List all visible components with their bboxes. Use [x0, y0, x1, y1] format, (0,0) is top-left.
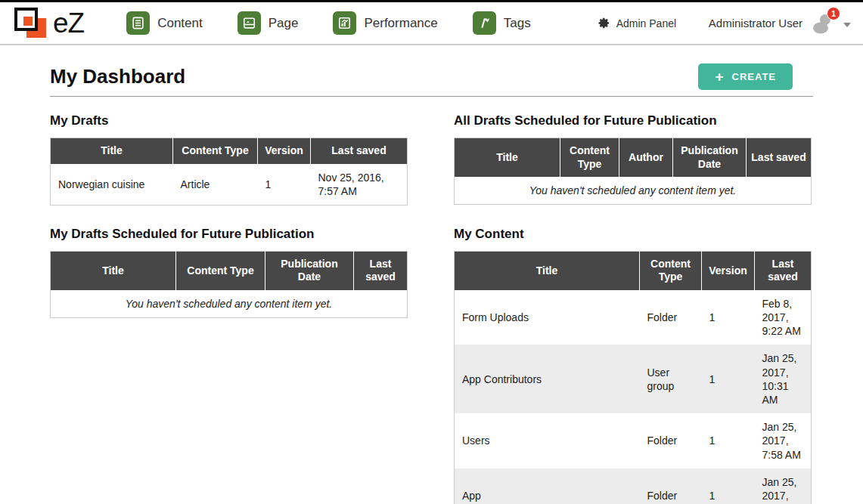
- cell-title: App Contributors: [455, 345, 640, 413]
- chevron-down-icon: [843, 23, 851, 27]
- column-header: Content Type: [176, 251, 265, 290]
- nav-item-label: Page: [269, 16, 299, 31]
- column-header: Publication Date: [265, 251, 354, 290]
- cell-version: 1: [702, 345, 755, 413]
- content-icon: [126, 11, 150, 35]
- column-header: Publication Date: [673, 138, 747, 178]
- table-row[interactable]: App Contributors User group 1 Jan 25, 20…: [455, 345, 812, 413]
- nav-item-label: Performance: [364, 16, 437, 31]
- top-navbar: eZ Content Page Performance Tags: [0, 0, 863, 45]
- user-name: Administrator User: [709, 17, 802, 29]
- dashboard-content: My Dashboard + CREATE My Drafts Title Co…: [0, 45, 863, 504]
- nav-item-page[interactable]: Page: [237, 11, 299, 35]
- nav-item-content[interactable]: Content: [126, 11, 203, 35]
- empty-message: You haven't scheduled any content item y…: [51, 290, 408, 318]
- page-header: My Dashboard + CREATE: [50, 45, 813, 97]
- column-header: Content Type: [560, 138, 619, 178]
- create-button[interactable]: + CREATE: [698, 63, 793, 90]
- column-header: Author: [619, 138, 673, 178]
- cell-title: Norwegian cuisine: [51, 164, 173, 206]
- nav-item-label: Content: [157, 16, 203, 31]
- nav-item-tags[interactable]: Tags: [473, 11, 531, 35]
- table-header-row: Title Content Type Author Publication Da…: [455, 138, 812, 178]
- table-header-row: Title Content Type Publication Date Last…: [51, 251, 408, 290]
- column-header: Title: [455, 251, 640, 290]
- ez-logo-icon: [14, 7, 48, 40]
- cell-last-saved: Nov 25, 2016, 7:57 AM: [311, 164, 408, 206]
- table-header-row: Title Content Type Version Last saved: [51, 138, 408, 164]
- section-title: My Drafts: [50, 113, 408, 128]
- notification-badge[interactable]: 1: [827, 7, 840, 20]
- table-row[interactable]: App Folder 1 Jan 25, 2017, 7:55 AM: [455, 468, 812, 504]
- column-header: Last saved: [311, 138, 408, 164]
- ez-logo-text: eZ: [53, 8, 84, 39]
- section-my-drafts: My Drafts Title Content Type Version Las…: [50, 113, 408, 206]
- gear-icon: [598, 17, 610, 29]
- page-icon: [237, 11, 261, 35]
- cell-title: Form Uploads: [455, 290, 640, 345]
- table-row[interactable]: Norwegian cuisine Article 1 Nov 25, 2016…: [51, 164, 408, 206]
- tags-icon: [473, 11, 496, 35]
- my-drafts-scheduled-table: Title Content Type Publication Date Last…: [50, 251, 408, 318]
- column-header: Last saved: [354, 251, 408, 290]
- performance-icon: [333, 11, 356, 35]
- column-header: Title: [51, 138, 173, 164]
- ez-logo[interactable]: eZ: [14, 7, 84, 40]
- cell-content-type: Article: [173, 164, 258, 206]
- section-my-drafts-scheduled: My Drafts Scheduled for Future Publicati…: [50, 227, 408, 318]
- table-row[interactable]: Users Folder 1 Jan 25, 2017, 7:58 AM: [455, 413, 812, 468]
- column-header: Content Type: [640, 251, 702, 290]
- my-content-table: Title Content Type Version Last saved Fo…: [454, 251, 812, 504]
- empty-message: You haven't scheduled any content item y…: [455, 177, 812, 205]
- cell-content-type: Folder: [640, 413, 702, 468]
- section-title: All Drafts Scheduled for Future Publicat…: [454, 113, 812, 128]
- section-title: My Drafts Scheduled for Future Publicati…: [50, 227, 408, 242]
- column-header: Last saved: [747, 138, 812, 178]
- cell-last-saved: Feb 8, 2017, 9:22 AM: [755, 290, 812, 345]
- admin-panel-label: Admin Panel: [616, 17, 676, 29]
- nav-item-performance[interactable]: Performance: [333, 11, 437, 35]
- admin-panel-button[interactable]: Admin Panel: [598, 17, 676, 29]
- nav-item-label: Tags: [504, 16, 531, 31]
- column-header: Version: [258, 138, 311, 164]
- column-header: Version: [702, 251, 755, 290]
- cell-last-saved: Jan 25, 2017, 7:58 AM: [755, 413, 812, 468]
- table-header-row: Title Content Type Version Last saved: [455, 251, 812, 290]
- section-all-drafts-scheduled: All Drafts Scheduled for Future Publicat…: [454, 113, 812, 205]
- empty-row: You haven't scheduled any content item y…: [51, 290, 408, 318]
- plus-icon: +: [715, 72, 724, 82]
- cell-content-type: Folder: [640, 290, 702, 345]
- cell-title: Users: [455, 413, 640, 468]
- my-drafts-table: Title Content Type Version Last saved No…: [50, 138, 408, 206]
- cell-content-type: Folder: [640, 468, 702, 504]
- all-drafts-scheduled-table: Title Content Type Author Publication Da…: [454, 138, 812, 205]
- column-header: Last saved: [755, 251, 812, 290]
- main-nav: Content Page Performance Tags: [126, 11, 531, 35]
- user-menu[interactable]: Administrator User 1: [709, 12, 851, 35]
- column-header: Content Type: [173, 138, 258, 164]
- cell-last-saved: Jan 25, 2017, 10:31 AM: [755, 345, 812, 413]
- cell-content-type: User group: [640, 345, 702, 413]
- cell-version: 1: [702, 468, 755, 504]
- section-my-content: My Content Title Content Type Version La…: [454, 227, 812, 504]
- page-title: My Dashboard: [50, 65, 185, 88]
- column-header: Title: [455, 138, 560, 178]
- cell-version: 1: [702, 290, 755, 345]
- avatar: 1: [810, 12, 836, 35]
- cell-version: 1: [258, 164, 311, 206]
- section-title: My Content: [454, 227, 812, 242]
- dashboard-grid: My Drafts Title Content Type Version Las…: [50, 113, 813, 504]
- table-row[interactable]: Form Uploads Folder 1 Feb 8, 2017, 9:22 …: [455, 290, 812, 345]
- cell-version: 1: [702, 413, 755, 468]
- cell-title: App: [455, 468, 640, 504]
- empty-row: You haven't scheduled any content item y…: [455, 177, 812, 205]
- cell-last-saved: Jan 25, 2017, 7:55 AM: [755, 468, 812, 504]
- column-header: Title: [51, 251, 176, 290]
- create-button-label: CREATE: [732, 71, 776, 82]
